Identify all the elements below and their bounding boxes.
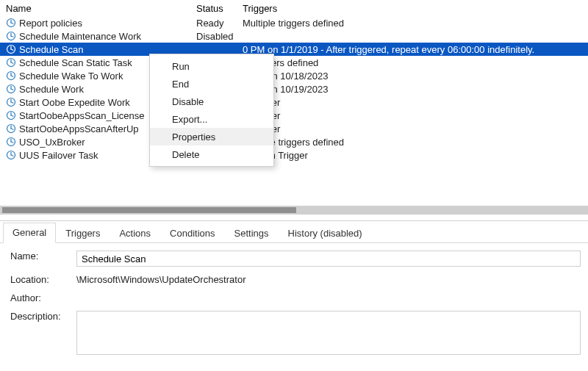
- task-triggers-cell: 2 AM on 10/19/2023: [243, 84, 588, 95]
- tab-general[interactable]: General: [3, 223, 56, 243]
- svg-line-20: [11, 102, 13, 103]
- task-triggers-cell: n Trigger: [243, 110, 588, 121]
- prop-author-label: Author:: [10, 292, 76, 303]
- task-name-text: Schedule Work: [19, 84, 84, 95]
- task-triggers-cell: n Trigger: [243, 97, 588, 108]
- context-menu-item-run[interactable]: Run: [150, 57, 273, 75]
- svg-line-2: [11, 23, 13, 24]
- task-row[interactable]: Schedule Scan0 PM on 1/1/2019 - After tr…: [0, 43, 588, 56]
- svg-line-29: [11, 142, 13, 143]
- clock-icon: [6, 123, 16, 134]
- task-row[interactable]: USO_UxBrokerReadyMultiple triggers defin…: [0, 135, 588, 148]
- svg-line-14: [11, 76, 13, 76]
- context-menu-item-end[interactable]: End: [150, 75, 273, 93]
- svg-line-26: [11, 129, 13, 129]
- tab-triggers[interactable]: Triggers: [56, 223, 110, 243]
- column-header-status[interactable]: Status: [196, 3, 243, 14]
- task-row[interactable]: StartOobeAppsScanAfterUpn Trigger: [0, 122, 588, 135]
- task-triggers-cell: 5 AM on 10/18/2023: [243, 71, 588, 82]
- horizontal-scrollbar-thumb[interactable]: [2, 207, 296, 213]
- horizontal-scrollbar[interactable]: [0, 206, 588, 215]
- context-menu-item-disable[interactable]: Disable: [150, 93, 273, 110]
- properties-general-tab-body: Name: Location: \Microsoft\Windows\Updat…: [0, 243, 588, 355]
- task-triggers-cell: n Trigger: [243, 123, 588, 134]
- context-menu-item-export[interactable]: Export...: [150, 110, 273, 128]
- clock-icon: [6, 137, 16, 147]
- task-row[interactable]: Schedule Wake To Work5 AM on 10/18/2023: [0, 69, 588, 82]
- task-triggers-cell: le triggers defined: [243, 57, 588, 68]
- clock-icon: [6, 44, 16, 54]
- task-row[interactable]: Start Oobe Expedite Workn Trigger: [0, 96, 588, 109]
- task-name-text: StartOobeAppsScanAfterUp: [19, 123, 139, 134]
- task-name-text: StartOobeAppsScan_License: [19, 110, 145, 121]
- svg-line-23: [11, 115, 13, 116]
- tab-actions[interactable]: Actions: [110, 223, 160, 243]
- tab-conditions[interactable]: Conditions: [160, 223, 224, 243]
- task-name-text: Schedule Scan Static Task: [19, 57, 132, 68]
- task-list: Name Status Triggers Report policiesRead…: [0, 0, 588, 162]
- clock-icon: [6, 150, 16, 160]
- svg-line-32: [11, 155, 13, 156]
- task-triggers-cell: Multiple triggers defined: [243, 137, 588, 148]
- context-menu-item-delete[interactable]: Delete: [150, 145, 273, 163]
- task-list-header: Name Status Triggers: [0, 0, 588, 16]
- context-menu: RunEndDisableExport...PropertiesDelete: [149, 54, 274, 167]
- task-name-cell: Report policies: [6, 18, 196, 29]
- prop-description-box[interactable]: [76, 311, 581, 355]
- clock-icon: [6, 84, 16, 94]
- task-row[interactable]: Schedule Work2 AM on 10/19/2023: [0, 82, 588, 96]
- clock-icon: [6, 31, 16, 41]
- svg-line-5: [11, 36, 13, 37]
- task-properties-panel: GeneralTriggersActionsConditionsSettings…: [0, 220, 588, 371]
- task-row[interactable]: Schedule Maintenance WorkDisabled: [0, 29, 588, 43]
- svg-line-8: [11, 49, 13, 50]
- task-triggers-cell: Multiple triggers defined: [243, 18, 588, 29]
- svg-line-11: [11, 62, 13, 63]
- clock-icon: [6, 57, 16, 68]
- task-name-cell: Schedule Maintenance Work: [6, 31, 196, 42]
- column-header-triggers[interactable]: Triggers: [243, 3, 588, 14]
- context-menu-item-properties[interactable]: Properties: [150, 128, 273, 145]
- tab-settings[interactable]: Settings: [225, 223, 279, 243]
- clock-icon: [6, 110, 16, 120]
- properties-tab-strip: GeneralTriggersActionsConditionsSettings…: [0, 221, 588, 243]
- task-row[interactable]: UUS Failover TaskReadyCustom Trigger: [0, 148, 588, 162]
- task-name-text: Schedule Scan: [19, 44, 83, 55]
- task-name-text: USO_UxBroker: [19, 137, 85, 148]
- tab-history-disabled[interactable]: History (disabled): [279, 223, 372, 243]
- clock-icon: [6, 18, 16, 28]
- task-status-cell: Disabled: [196, 31, 243, 42]
- prop-author-value: [76, 292, 581, 303]
- task-status-cell: Ready: [196, 18, 243, 29]
- task-name-text: Report policies: [19, 18, 82, 29]
- prop-name-label: Name:: [10, 251, 76, 267]
- prop-location-label: Location:: [10, 274, 76, 285]
- task-triggers-cell: Custom Trigger: [243, 150, 588, 161]
- prop-description-label: Description:: [10, 311, 76, 355]
- clock-icon: [6, 71, 16, 81]
- prop-location-value: \Microsoft\Windows\UpdateOrchestrator: [76, 274, 581, 285]
- clock-icon: [6, 97, 16, 107]
- task-triggers-cell: 0 PM on 1/1/2019 - After triggered, repe…: [243, 44, 588, 55]
- task-row[interactable]: StartOobeAppsScan_Licensen Trigger: [0, 109, 588, 122]
- task-name-text: Start Oobe Expedite Work: [19, 97, 130, 108]
- task-name-text: Schedule Maintenance Work: [19, 31, 141, 42]
- task-row[interactable]: Report policiesReadyMultiple triggers de…: [0, 16, 588, 29]
- task-row[interactable]: Schedule Scan Static Taskle triggers def…: [0, 56, 588, 69]
- svg-line-17: [11, 89, 13, 90]
- column-header-name[interactable]: Name: [6, 3, 196, 14]
- task-name-text: UUS Failover Task: [19, 150, 98, 161]
- prop-name-input[interactable]: [76, 251, 581, 267]
- task-name-text: Schedule Wake To Work: [19, 71, 123, 82]
